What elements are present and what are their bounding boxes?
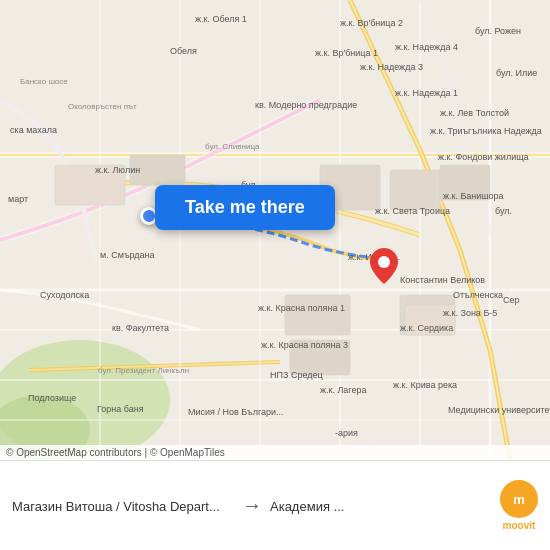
moovit-logo: m moovit	[500, 480, 538, 531]
route-from: Магазин Витоша / Vitosha Depart...	[12, 497, 234, 515]
svg-rect-25	[405, 305, 455, 335]
svg-rect-18	[130, 155, 185, 185]
svg-rect-17	[55, 165, 125, 205]
take-me-there-button[interactable]: Take me there	[155, 185, 335, 230]
svg-rect-23	[290, 340, 350, 375]
route-arrow: →	[242, 494, 262, 517]
svg-rect-21	[440, 165, 490, 200]
map-attribution: © OpenStreetMap contributors | © OpenMap…	[0, 445, 550, 460]
destination-marker	[370, 248, 398, 288]
moovit-label: moovit	[503, 520, 536, 531]
route-info: Магазин Витоша / Vitosha Depart... → Ака…	[12, 480, 538, 531]
to-label: Академия ...	[270, 499, 344, 514]
from-label: Магазин Витоша / Vitosha Depart...	[12, 499, 220, 514]
moovit-circle: m	[500, 480, 538, 518]
route-to: Академия ...	[270, 497, 492, 515]
svg-rect-22	[285, 295, 350, 335]
map-container: ж.к. Обеля 1 Обеля ж.к. Вр'бница 2 бул. …	[0, 0, 550, 460]
svg-rect-20	[390, 170, 440, 210]
svg-point-26	[378, 256, 390, 268]
bottom-bar: Магазин Витоша / Vitosha Depart... → Ака…	[0, 460, 550, 550]
moovit-letter: m	[513, 492, 525, 507]
